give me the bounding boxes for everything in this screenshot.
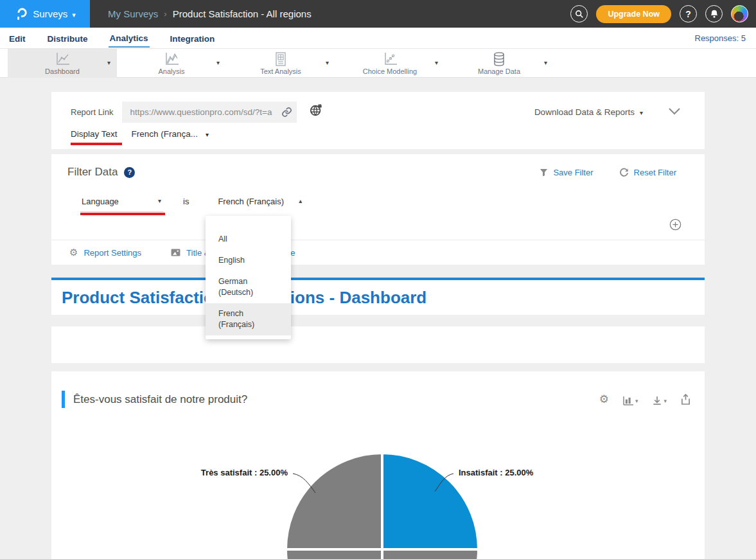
analytics-toolbar: Dashboard Analysis Text Analysis <box>0 49 756 78</box>
chevron-down-icon <box>640 107 643 117</box>
report-link-input[interactable] <box>122 102 297 123</box>
report-link-card: Report Link <box>51 92 705 149</box>
chevron-down-icon[interactable] <box>216 59 220 66</box>
globe-lock-icon[interactable] <box>310 104 322 120</box>
question-title: Êtes-vous satisfait de notre produit? <box>73 393 247 406</box>
dropdown-option-french[interactable]: French (Français) <box>206 303 291 335</box>
collapse-panel-chevron[interactable] <box>669 106 680 118</box>
save-filter-button[interactable]: Save Filter <box>540 168 593 177</box>
help-button[interactable]: ? <box>680 5 697 22</box>
questionpro-logo-icon <box>14 6 28 22</box>
page: Surveys My Surveys › Product Satisfactio… <box>0 0 756 559</box>
breadcrumb-my-surveys[interactable]: My Surveys <box>108 8 158 19</box>
breadcrumb-separator-icon: › <box>164 9 166 19</box>
tool-label: Text Analysis <box>260 67 301 75</box>
tool-dashboard[interactable]: Dashboard <box>8 49 117 78</box>
tool-label: Choice Modelling <box>363 67 417 75</box>
gear-icon: ⚙ <box>69 247 78 258</box>
main-content: Report Link <box>0 78 756 559</box>
app-menu-label: Surveys <box>33 8 67 19</box>
add-filter-condition-button[interactable] <box>669 218 681 233</box>
top-bar: Surveys My Surveys › Product Satisfactio… <box>0 0 756 28</box>
chevron-down-icon <box>202 131 209 138</box>
dropdown-option-german[interactable]: German (Deutsch) <box>206 271 291 303</box>
tool-label: Manage Data <box>478 67 520 75</box>
search-button[interactable] <box>570 5 588 22</box>
download-data-reports-menu[interactable]: Download Data & Reports <box>534 107 643 117</box>
language-value-dropdown: All English German (Deutsch) French (Fra… <box>206 216 291 339</box>
nav-edit[interactable]: Edit <box>8 30 27 47</box>
chevron-down-icon[interactable] <box>544 59 547 66</box>
display-text-label: Display Text <box>71 129 118 139</box>
text-analysis-icon <box>273 51 288 67</box>
analysis-chart-icon <box>163 51 180 67</box>
dropdown-option-english[interactable]: English <box>206 250 291 271</box>
tool-manage-data[interactable]: Manage Data <box>444 49 554 78</box>
nav-analytics[interactable]: Analytics <box>109 29 150 48</box>
question-chart-card: Êtes-vous satisfait de notre produit? ⚙ <box>51 371 705 559</box>
reset-filter-button[interactable]: Reset Filter <box>619 168 676 177</box>
pie-slice[interactable] <box>286 549 382 559</box>
tool-text-analysis[interactable]: Text Analysis <box>226 49 335 78</box>
pie-slice[interactable] <box>286 453 382 549</box>
bell-icon <box>710 9 719 19</box>
pie-chart-svg: Très satisfait : 25.00%Insatisfait : 25.… <box>51 443 705 559</box>
nav-distribute[interactable]: Distribute <box>46 30 89 47</box>
empty-section-card <box>51 326 705 363</box>
filter-operator: is <box>183 197 189 206</box>
refresh-icon <box>619 168 629 177</box>
help-icon: ? <box>685 9 691 19</box>
chevron-down-icon[interactable] <box>435 59 438 66</box>
breadcrumb-current: Product Satisfaction - All regions <box>173 8 312 19</box>
help-glyph: ? <box>128 168 132 176</box>
chevron-down-icon[interactable] <box>107 59 110 66</box>
pie-slice[interactable] <box>382 549 479 559</box>
avatar[interactable] <box>731 5 748 22</box>
tool-choice-modelling[interactable]: Choice Modelling <box>335 49 444 78</box>
reset-filter-label: Reset Filter <box>634 168 676 177</box>
active-tab-underline <box>71 143 122 145</box>
pie-label: Très satisfait : 25.00% <box>201 468 288 477</box>
filter-value-select[interactable]: French (Français) <box>216 195 297 211</box>
filter-field-value: Language <box>82 197 119 206</box>
chart-type-button[interactable] <box>623 394 638 405</box>
responses-count: Responses: 5 <box>695 33 746 43</box>
chevron-down-icon <box>158 197 161 204</box>
pie-chart-area: Très satisfait : 25.00%Insatisfait : 25.… <box>51 443 705 559</box>
chart-settings-button[interactable]: ⚙ <box>599 393 609 406</box>
nav-integration[interactable]: Integration <box>169 30 216 47</box>
display-language-value: French (França... <box>132 129 198 139</box>
bar-chart-icon <box>623 396 634 405</box>
choice-modelling-icon <box>382 51 398 67</box>
filter-data-title: Filter Data <box>67 166 118 179</box>
chevron-down-icon <box>664 394 667 405</box>
report-link-label: Report Link <box>71 107 113 117</box>
save-filter-label: Save Filter <box>553 168 593 177</box>
search-icon <box>575 10 584 19</box>
notifications-button[interactable] <box>705 5 723 22</box>
link-icon[interactable] <box>281 107 292 120</box>
chevron-down-icon[interactable] <box>326 59 329 66</box>
surveys-app-menu[interactable]: Surveys <box>0 0 90 28</box>
report-settings-label: Report Settings <box>84 248 141 258</box>
display-language-select[interactable]: French (França... <box>132 129 209 145</box>
filter-value: French (Français) <box>218 197 284 206</box>
dropdown-option-all[interactable]: All <box>206 229 291 250</box>
funnel-icon <box>540 168 548 177</box>
dashboard-title-card: Product Satisfaction - All regions - Das… <box>51 278 705 315</box>
download-icon <box>652 396 662 405</box>
filter-help-icon[interactable]: ? <box>124 167 135 178</box>
breadcrumb: My Surveys › Product Satisfaction - All … <box>108 8 312 19</box>
report-links-row: ⚙ Report Settings Title & Logo Theme <box>51 240 705 258</box>
database-icon <box>491 51 507 67</box>
chart-download-button[interactable] <box>652 394 667 405</box>
topbar-actions: Upgrade Now ? <box>570 5 756 23</box>
tool-analysis[interactable]: Analysis <box>117 49 226 78</box>
tab-display-text[interactable]: Display Text <box>71 129 118 145</box>
chart-share-button[interactable] <box>681 394 690 405</box>
report-settings-link[interactable]: ⚙ Report Settings <box>69 247 141 258</box>
chevron-up-icon <box>299 197 302 204</box>
filter-field-select[interactable]: Language <box>80 195 164 212</box>
dashboard-chart-icon <box>54 51 71 67</box>
upgrade-now-button[interactable]: Upgrade Now <box>596 5 671 23</box>
